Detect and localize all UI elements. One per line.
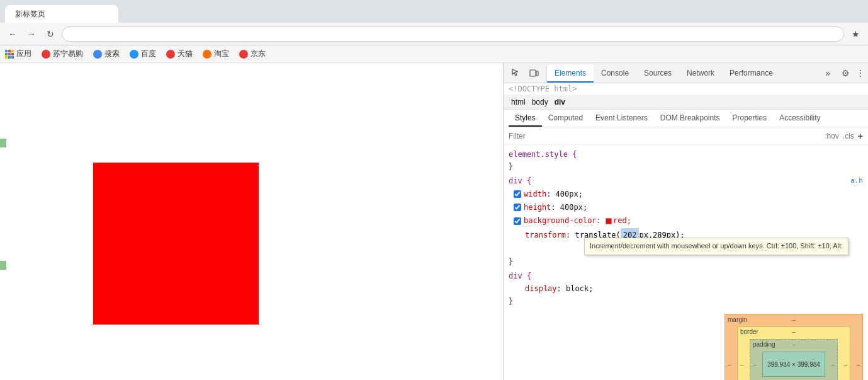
bookmark-suning-label: 苏宁易购 xyxy=(53,49,83,59)
style-tab-event-listeners[interactable]: Event Listeners xyxy=(589,110,654,127)
tab-sources[interactable]: Sources xyxy=(636,65,679,83)
indicator-2 xyxy=(0,261,6,270)
bookmark-taobao-label: 淘宝 xyxy=(214,49,229,59)
bookmark-jd[interactable]: 京东 xyxy=(239,49,266,59)
tooltip-text: Increment/decrement with mousewheel or u… xyxy=(590,242,843,250)
style-tab-styles-label: Styles xyxy=(515,113,536,122)
filter-add-button[interactable]: + xyxy=(858,131,863,141)
box-model: margin – – – – border – – – – xyxy=(724,314,863,380)
border-top: – xyxy=(792,328,796,335)
breadcrumb: html body div xyxy=(504,95,868,110)
taobao-icon xyxy=(203,50,211,59)
style-tab-styles[interactable]: Styles xyxy=(509,110,542,127)
css-rule-element-style: element.style { } xyxy=(504,147,868,174)
element-picker-button[interactable] xyxy=(509,66,524,81)
address-input[interactable] xyxy=(62,26,844,42)
tab-console[interactable]: Console xyxy=(594,65,636,83)
filter-hov-button[interactable]: :hov xyxy=(825,132,839,141)
css-line-height: height : 400px; xyxy=(509,201,863,214)
refresh-button[interactable]: ↻ xyxy=(43,26,58,42)
box-model-content: 399.984 × 399.984 xyxy=(762,352,825,377)
browser-tab[interactable]: 新标签页 xyxy=(5,5,118,23)
filter-right: :hov .cls + xyxy=(825,131,863,141)
style-tabs: Styles Computed Event Listeners DOM Brea… xyxy=(504,110,868,127)
element-style-close: } xyxy=(509,162,513,171)
bookmark-apps[interactable]: 应用 xyxy=(5,49,31,59)
style-tab-properties[interactable]: Properties xyxy=(726,110,773,127)
border-left: – xyxy=(740,361,744,368)
suning-icon xyxy=(42,50,50,59)
red-box xyxy=(93,163,259,325)
margin-top: – xyxy=(792,316,796,323)
left-indicators xyxy=(0,139,6,270)
element-style-selector: element.style { xyxy=(509,150,577,159)
tab-performance-label: Performance xyxy=(730,69,773,78)
div-close-2: } xyxy=(509,297,513,306)
breadcrumb-body[interactable]: body xyxy=(529,96,551,108)
tab-elements[interactable]: Elements xyxy=(547,65,594,83)
color-swatch-red[interactable] xyxy=(606,218,612,224)
bookmark-apps-label: 应用 xyxy=(16,49,31,59)
style-tab-dom-breakpoints[interactable]: DOM Breakpoints xyxy=(654,110,726,127)
devtools-panel: Elements Console Sources Network Perform… xyxy=(503,63,868,380)
transform-property: transform xyxy=(525,229,566,241)
bookmark-suning[interactable]: 苏宁易购 xyxy=(42,49,83,59)
display-value: block; xyxy=(566,283,593,295)
bookmark-baidu-label: 百度 xyxy=(141,49,156,59)
height-checkbox[interactable] xyxy=(514,204,521,211)
device-toggle-button[interactable] xyxy=(526,66,541,81)
devtools-settings-button[interactable]: ⚙ xyxy=(838,66,853,81)
height-property: height xyxy=(524,202,551,214)
tab-network-label: Network xyxy=(687,69,714,78)
filter-input[interactable] xyxy=(509,132,820,141)
address-bar: ← → ↻ ★ xyxy=(0,23,868,45)
tab-elements-label: Elements xyxy=(555,69,586,78)
div-selector-1: div { xyxy=(509,176,531,185)
forward-button[interactable]: → xyxy=(24,26,39,42)
style-tab-properties-label: Properties xyxy=(732,113,767,122)
breadcrumb-div[interactable]: div xyxy=(552,96,568,108)
bookmark-tianmao-label: 天猫 xyxy=(178,49,193,59)
width-checkbox[interactable] xyxy=(514,190,521,198)
css-line-width: width : 400px; xyxy=(509,188,863,201)
margin-left: – xyxy=(728,361,731,368)
devtools-more-button[interactable]: ⋮ xyxy=(853,66,868,81)
breadcrumb-html[interactable]: html xyxy=(509,96,528,108)
display-property: display xyxy=(525,283,557,295)
filter-bar: :hov .cls + xyxy=(504,127,868,145)
devtools-tabs: Elements Console Sources Network Perform… xyxy=(547,63,835,83)
tianmao-icon xyxy=(166,50,175,59)
tab-console-label: Console xyxy=(601,69,629,78)
style-tab-computed-label: Computed xyxy=(548,113,583,122)
browser-topbar: 新标签页 xyxy=(0,0,868,23)
bookmark-jd-label: 京东 xyxy=(251,49,266,59)
tab-more[interactable]: » xyxy=(820,65,835,83)
tab-network[interactable]: Network xyxy=(679,65,722,83)
css-line-bgcolor: background-color : red; xyxy=(509,214,863,227)
bookmark-search[interactable]: 搜索 xyxy=(93,49,120,59)
style-tab-computed[interactable]: Computed xyxy=(542,110,589,127)
border-right: – xyxy=(843,361,847,368)
margin-label: margin xyxy=(728,316,747,323)
bgcolor-checkbox[interactable] xyxy=(514,217,521,225)
transform-tooltip: Increment/decrement with mousewheel or u… xyxy=(584,238,848,255)
bookmark-button[interactable]: ★ xyxy=(848,26,863,42)
height-value: 400px; xyxy=(560,202,587,214)
css-rule-div-2: div { display : block; } xyxy=(504,269,868,309)
tab-performance[interactable]: Performance xyxy=(722,65,781,83)
bookmark-taobao[interactable]: 淘宝 xyxy=(203,49,229,59)
div-close-1: } xyxy=(509,257,513,266)
browser-window: 新标签页 ← → ↻ ★ 应用 苏宁易购 搜索 百度 xyxy=(0,0,868,380)
css-line-display: display : block; xyxy=(509,282,863,296)
back-button[interactable]: ← xyxy=(5,26,20,42)
style-tab-dom-label: DOM Breakpoints xyxy=(660,113,720,122)
content-size: 399.984 × 399.984 xyxy=(767,361,820,368)
bookmark-tianmao[interactable]: 天猫 xyxy=(166,49,193,59)
style-tab-accessibility[interactable]: Accessibility xyxy=(773,110,826,127)
bookmark-baidu[interactable]: 百度 xyxy=(130,49,156,59)
browser-content: Elements Console Sources Network Perform… xyxy=(0,63,868,380)
page-area xyxy=(0,63,503,380)
css-line-transform: transform : translate(202px,289px); Incr… xyxy=(509,227,863,243)
filter-cls-button[interactable]: .cls xyxy=(843,132,854,141)
css-source-link[interactable]: a.h xyxy=(850,175,863,187)
